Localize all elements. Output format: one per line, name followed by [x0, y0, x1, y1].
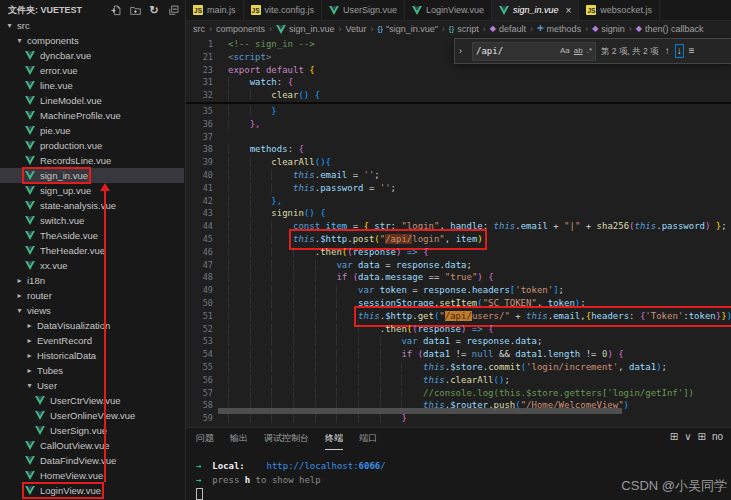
- code-line-41[interactable]: 41 this.password = '';: [186, 182, 731, 195]
- breadcrumb-item-script[interactable]: {}script: [449, 24, 479, 34]
- search-input-value[interactable]: /api/: [476, 45, 556, 58]
- tree-item-router[interactable]: ▸router: [0, 288, 184, 303]
- tree-item-TheAside-vue[interactable]: TheAside.vue: [0, 228, 184, 243]
- tab-vite-config-js[interactable]: JSvite.config.js: [244, 0, 323, 20]
- find-previous-icon[interactable]: ↑: [664, 45, 671, 58]
- code-line-39[interactable]: 39 clearAll(){: [186, 156, 731, 169]
- tree-item-DataFindView-vue[interactable]: DataFindView.vue: [0, 453, 184, 468]
- code-line-38[interactable]: 38 methods: {: [186, 143, 731, 156]
- panel-tab-输出[interactable]: 输出: [230, 428, 248, 450]
- code-line-50[interactable]: 50 sessionStorage.setItem("SC_TOKEN", to…: [186, 297, 731, 310]
- code-line-47[interactable]: 47 var data = response.data;: [186, 259, 731, 272]
- tree-item-sign_up-vue[interactable]: sign_up.vue: [0, 183, 184, 198]
- match-case-icon[interactable]: Aa: [560, 45, 570, 58]
- refresh-icon[interactable]: ↻: [148, 4, 160, 16]
- code-line-53[interactable]: 53 var data1 = response.data;: [186, 335, 731, 348]
- code-line-43[interactable]: 43 signin() {: [186, 207, 731, 220]
- collapse-all-icon[interactable]: [167, 4, 179, 16]
- search-input[interactable]: /api/ Aa ab .*: [472, 42, 596, 61]
- code-line-36[interactable]: 36 },: [186, 118, 731, 131]
- code-line-32[interactable]: 32 clear() {: [186, 89, 731, 102]
- code-line-44[interactable]: 44 const item = { str: "login", handle: …: [186, 220, 731, 233]
- new-terminal-icon[interactable]: ⊞: [670, 431, 678, 442]
- split-terminal-icon[interactable]: ⊞: [697, 431, 705, 442]
- code-line-42[interactable]: 42 },: [186, 195, 731, 208]
- code-line-37[interactable]: 37: [186, 131, 731, 144]
- toggle-replace-chevron[interactable]: ›: [459, 45, 467, 58]
- tree-item-dyncbar-vue[interactable]: dyncbar.vue: [0, 48, 184, 63]
- new-folder-icon[interactable]: [129, 4, 141, 16]
- tree-item-User[interactable]: ▾User: [0, 378, 184, 393]
- code-line-49[interactable]: 49 var token = response.headers['token']…: [186, 284, 731, 297]
- tree-item-LoginView-vue[interactable]: LoginView.vue: [0, 483, 184, 498]
- panel-tab-端口[interactable]: 端口: [359, 428, 377, 450]
- tree-item-MachineProfile-vue[interactable]: MachineProfile.vue: [0, 108, 184, 123]
- tree-item-Tubes[interactable]: ▸Tubes: [0, 363, 184, 378]
- breadcrumb-item-sign_in-vue[interactable]: sign_in.vue: [276, 24, 335, 34]
- tree-item-DataVisualization[interactable]: ▸DataVisualization: [0, 318, 184, 333]
- terminal-dropdown-chevron[interactable]: ∨: [684, 431, 691, 442]
- tree-item-LineModel-vue[interactable]: LineModel.vue: [0, 93, 184, 108]
- tree-item-HomeView-vue[interactable]: HomeView.vue: [0, 468, 184, 483]
- tree-item-sign_in-vue[interactable]: sign_in.vue: [0, 168, 184, 183]
- code-line-46[interactable]: 46 .then((response) => {: [186, 246, 731, 259]
- breadcrumb-item-Vetur[interactable]: Vetur: [346, 24, 367, 34]
- code-line-56[interactable]: 56 this.clearAll();: [186, 374, 731, 387]
- tree-item-error-vue[interactable]: error.vue: [0, 63, 184, 78]
- tree-item-i18n[interactable]: ▸i18n: [0, 273, 184, 288]
- tree-item-HistoricalData[interactable]: ▸HistoricalData: [0, 348, 184, 363]
- panel-tab-问题[interactable]: 问题: [196, 428, 214, 450]
- code-line-45[interactable]: 45 this.$http.post("/api/login", item): [186, 233, 731, 246]
- code-line-52[interactable]: 52 .then((response) => {: [186, 323, 731, 336]
- tree-item-switch-vue[interactable]: switch.vue: [0, 213, 184, 228]
- tree-item-line-vue[interactable]: line.vue: [0, 78, 184, 93]
- code-line-59[interactable]: 59 }: [186, 412, 731, 425]
- tree-item-views[interactable]: ▾views: [0, 303, 184, 318]
- terminal-label-truncated[interactable]: no: [712, 431, 723, 442]
- panel-tab-调试控制台[interactable]: 调试控制台: [264, 428, 309, 450]
- tree-item-state-analysis-vue[interactable]: state-analysis.vue: [0, 198, 184, 213]
- code-line-51[interactable]: 51 this.$http.get("/api/users/" + this.e…: [186, 310, 731, 323]
- tab-LoginView-vue[interactable]: LoginView.vue: [405, 0, 492, 20]
- code-line-54[interactable]: 54 if (data1 != null && data1.length != …: [186, 348, 731, 361]
- code-line-23[interactable]: 23export default {: [186, 64, 731, 77]
- horizontal-scrollbar[interactable]: [218, 408, 622, 414]
- tree-item-xx-vue[interactable]: xx.vue: [0, 258, 184, 273]
- tree-item-UserSign-vue[interactable]: UserSign.vue: [0, 423, 184, 438]
- breadcrumb-item--sign_in-vue-[interactable]: {}"sign_in.vue": [378, 24, 438, 34]
- code-line-48[interactable]: 48 if (data.message == "true") {: [186, 271, 731, 284]
- code-line-31[interactable]: 31 watch: {: [186, 76, 731, 89]
- tab-websocket-js[interactable]: JSwebsocket.js: [579, 0, 660, 20]
- tree-item-components[interactable]: ▾components: [0, 33, 184, 48]
- breadcrumb-item-signin[interactable]: ◆signin: [592, 24, 625, 34]
- new-file-icon[interactable]: [110, 4, 122, 16]
- tree-item-production-vue[interactable]: production.vue: [0, 138, 184, 153]
- breadcrumb-item-components[interactable]: components: [216, 24, 265, 34]
- panel-tab-终端[interactable]: 终端: [325, 428, 343, 450]
- tab-main-js[interactable]: JSmain.js: [186, 0, 244, 20]
- whole-word-icon[interactable]: ab: [574, 45, 583, 58]
- tree-item-src[interactable]: ▾src: [0, 18, 184, 33]
- code-line-57[interactable]: 57 //console.log(this.$store.getters['lo…: [186, 387, 731, 400]
- code-line-55[interactable]: 55 this.$store.commit('login/increment',…: [186, 361, 731, 374]
- code-line-40[interactable]: 40 this.email = '';: [186, 169, 731, 182]
- tree-item-EventRecord[interactable]: ▸EventRecord: [0, 333, 184, 348]
- find-in-selection-icon[interactable]: ≡: [688, 45, 696, 58]
- breadcrumb-item-src[interactable]: src: [193, 24, 205, 34]
- tree-item-UserCtrView-vue[interactable]: UserCtrView.vue: [0, 393, 184, 408]
- code-line-35[interactable]: 35 }: [186, 105, 731, 118]
- tree-item-pie-vue[interactable]: pie.vue: [0, 123, 184, 138]
- tab-UserSign-vue[interactable]: UserSign.vue: [322, 0, 405, 20]
- breadcrumb-item-default[interactable]: ◆default: [490, 24, 526, 34]
- find-next-icon[interactable]: ↓: [676, 45, 683, 58]
- tree-item-TheHeader-vue[interactable]: TheHeader.vue: [0, 243, 184, 258]
- breadcrumb-item-then-callback[interactable]: ◆then() callback: [636, 24, 704, 34]
- tab-sign_in-vue[interactable]: sign_in.vue×: [492, 0, 579, 20]
- terminal-output[interactable]: → Local: http://localhost:6066/→ press h…: [196, 460, 386, 500]
- code-editor[interactable]: 1<!-- sign_in -->21<script>23export defa…: [186, 36, 731, 427]
- regex-icon[interactable]: .*: [587, 45, 592, 58]
- close-icon[interactable]: ×: [566, 5, 572, 16]
- tree-item-RecordsLine-vue[interactable]: RecordsLine.vue: [0, 153, 184, 168]
- tree-item-UserOnlineView-vue[interactable]: UserOnlineView.vue: [0, 408, 184, 423]
- tree-item-CallOutView-vue[interactable]: CallOutView.vue: [0, 438, 184, 453]
